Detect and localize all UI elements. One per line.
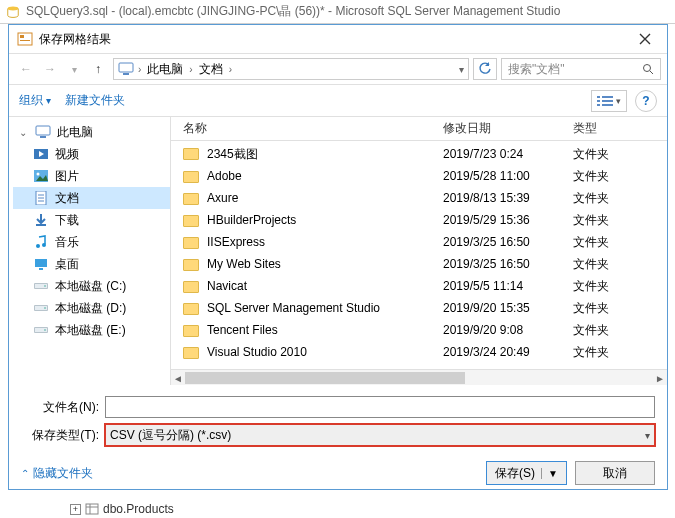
file-name: Navicat [207, 279, 247, 293]
filename-input[interactable] [105, 396, 655, 418]
file-name: IISExpress [207, 235, 265, 249]
file-type: 文件夹 [561, 212, 631, 229]
svg-rect-15 [40, 136, 46, 138]
file-row[interactable]: Adobe2019/5/28 11:00文件夹 [171, 165, 667, 187]
file-row[interactable]: Navicat2019/5/5 11:14文件夹 [171, 275, 667, 297]
file-type: 文件夹 [561, 190, 631, 207]
file-row[interactable]: My Web Sites2019/3/25 16:50文件夹 [171, 253, 667, 275]
file-name: Adobe [207, 169, 242, 183]
file-type: 文件夹 [561, 300, 631, 317]
scroll-left-icon[interactable]: ◄ [171, 370, 185, 385]
tree-item-download[interactable]: 下载 [13, 209, 170, 231]
scroll-thumb[interactable] [185, 372, 465, 384]
expander-icon[interactable]: ⌄ [17, 127, 29, 138]
file-row[interactable]: SQL Server Management Studio2019/9/20 15… [171, 297, 667, 319]
column-type[interactable]: 类型 [561, 120, 631, 137]
filetype-value: CSV (逗号分隔) (*.csv) [110, 427, 231, 444]
file-type: 文件夹 [561, 234, 631, 251]
svg-rect-3 [20, 40, 30, 41]
pc-icon [118, 62, 134, 76]
svg-point-27 [42, 243, 46, 247]
expand-icon[interactable]: + [70, 504, 81, 515]
column-name[interactable]: 名称 [171, 120, 431, 137]
folder-icon [183, 281, 199, 293]
svg-rect-4 [119, 63, 133, 72]
file-name: HBuilderProjects [207, 213, 296, 227]
tree-item-label: 本地磁盘 (D:) [55, 300, 126, 317]
horizontal-scrollbar[interactable]: ◄ ► [171, 369, 667, 385]
dialog-titlebar: 保存网格结果 [9, 25, 667, 53]
tree-item-picture[interactable]: 图片 [13, 165, 170, 187]
folder-icon [183, 259, 199, 271]
help-button[interactable]: ? [635, 90, 657, 112]
folder-icon [183, 347, 199, 359]
collapse-icon: ⌃ [21, 468, 29, 479]
search-input[interactable]: 搜索"文档" [501, 58, 661, 80]
folder-icon [183, 237, 199, 249]
tree-root-pc[interactable]: ⌄ 此电脑 [13, 121, 170, 143]
new-folder-button[interactable]: 新建文件夹 [65, 92, 125, 109]
folder-icon [183, 215, 199, 227]
tree-root-label: 此电脑 [57, 124, 93, 141]
tree-item-desktop[interactable]: 桌面 [13, 253, 170, 275]
file-row[interactable]: Axure2019/8/13 15:39文件夹 [171, 187, 667, 209]
nav-recent-dropdown[interactable]: ▾ [63, 58, 85, 80]
object-explorer-node[interactable]: + dbo.Products [70, 502, 174, 516]
save-button[interactable]: 保存(S) ▼ [486, 461, 567, 485]
svg-rect-2 [20, 35, 24, 38]
file-row[interactable]: IISExpress2019/3/25 16:50文件夹 [171, 231, 667, 253]
svg-rect-39 [86, 504, 98, 514]
refresh-button[interactable] [473, 58, 497, 80]
scroll-right-icon[interactable]: ► [653, 370, 667, 385]
app-titlebar: SQLQuery3.sql - (local).emcbtc (JINGJING… [0, 0, 675, 24]
file-row[interactable]: HBuilderProjects2019/5/29 15:36文件夹 [171, 209, 667, 231]
file-row[interactable]: Tencent Files2019/9/20 9:08文件夹 [171, 319, 667, 341]
crumb-pc[interactable]: 此电脑 [145, 61, 185, 78]
nav-up[interactable]: ↑ [87, 58, 109, 80]
nav-forward[interactable]: → [39, 58, 61, 80]
svg-rect-28 [35, 259, 47, 267]
file-type: 文件夹 [561, 322, 631, 339]
path-dropdown[interactable]: ▾ [459, 64, 464, 75]
file-type: 文件夹 [561, 278, 631, 295]
breadcrumb[interactable]: › 此电脑 › 文档 › ▾ [113, 58, 469, 80]
download-icon [33, 213, 49, 227]
svg-rect-5 [123, 73, 129, 75]
search-placeholder: 搜索"文档" [508, 61, 565, 78]
crumb-documents[interactable]: 文档 [197, 61, 225, 78]
svg-point-0 [8, 6, 19, 10]
hide-folders-link[interactable]: ⌃ 隐藏文件夹 [21, 465, 93, 482]
file-list: 名称 修改日期 类型 2345截图2019/7/23 0:24文件夹Adobe2… [171, 117, 667, 385]
column-date[interactable]: 修改日期 [431, 120, 561, 137]
tree-item-disk[interactable]: 本地磁盘 (C:) [13, 275, 170, 297]
svg-point-19 [37, 173, 40, 176]
cancel-button[interactable]: 取消 [575, 461, 655, 485]
svg-line-7 [650, 71, 653, 74]
tree-item-video[interactable]: 视频 [13, 143, 170, 165]
filetype-select[interactable]: CSV (逗号分隔) (*.csv) ▾ [105, 424, 655, 446]
svg-rect-1 [18, 33, 32, 45]
file-name: My Web Sites [207, 257, 281, 271]
tree-item-disk[interactable]: 本地磁盘 (E:) [13, 319, 170, 341]
view-mode-button[interactable]: ▾ [591, 90, 627, 112]
file-row[interactable]: 2345截图2019/7/23 0:24文件夹 [171, 143, 667, 165]
folder-icon [183, 303, 199, 315]
file-name: 2345截图 [207, 147, 258, 161]
file-type: 文件夹 [561, 146, 631, 163]
tree-item-music[interactable]: 音乐 [13, 231, 170, 253]
save-form: 文件名(N): 保存类型(T): CSV (逗号分隔) (*.csv) ▾ [9, 385, 667, 449]
svg-rect-10 [597, 100, 600, 102]
svg-point-32 [44, 285, 46, 287]
file-date: 2019/5/5 11:14 [431, 279, 561, 293]
svg-rect-29 [39, 268, 43, 270]
svg-point-35 [44, 307, 46, 309]
svg-rect-11 [602, 100, 613, 102]
save-split-dropdown[interactable]: ▼ [541, 468, 558, 479]
close-button[interactable] [631, 29, 659, 49]
organize-menu[interactable]: 组织 ▾ [19, 92, 51, 109]
tree-item-document[interactable]: 文档 [13, 187, 170, 209]
dialog-icon [17, 31, 33, 47]
file-row[interactable]: Visual Studio 20102019/3/24 20:49文件夹 [171, 341, 667, 363]
nav-back[interactable]: ← [15, 58, 37, 80]
tree-item-disk[interactable]: 本地磁盘 (D:) [13, 297, 170, 319]
